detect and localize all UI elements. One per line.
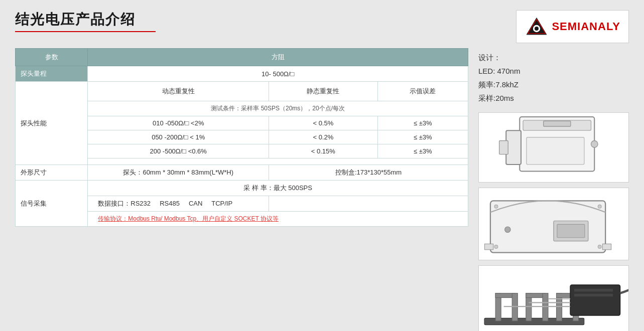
product-image-1 xyxy=(478,112,629,183)
row3-static: < 0.15% xyxy=(269,144,377,158)
row2-static: < 0.2% xyxy=(269,130,377,144)
product-svg-2 xyxy=(479,188,628,260)
header-divider xyxy=(15,31,156,32)
static-label: 静态重复性 xyxy=(269,82,377,101)
product-image-2 xyxy=(478,188,629,260)
svg-rect-9 xyxy=(499,140,508,154)
sample-rate: 采 样 率：最大 500SPS xyxy=(88,181,468,196)
svg-point-19 xyxy=(598,205,601,209)
size-label: 外形尺寸 xyxy=(16,165,88,181)
row1-error: ≤ ±3% xyxy=(377,116,468,130)
row1-range: 010 -050Ω/□ <2% xyxy=(88,116,269,130)
performance-label: 探头性能 xyxy=(16,82,88,165)
logo-area: SEMIANALY xyxy=(516,10,629,43)
svg-rect-11 xyxy=(527,137,584,164)
row2-range: 050 -200Ω/□ < 1% xyxy=(88,130,269,144)
svg-point-18 xyxy=(494,205,498,209)
size-probe: 探头：60mm * 30mm * 83mm(L*W*H) xyxy=(88,165,269,181)
data-port-4: TCP/IP xyxy=(211,200,232,207)
design-sample: 采样:20ms xyxy=(478,91,629,105)
logo-icon xyxy=(525,15,549,39)
design-freq: 频率:7.8khZ xyxy=(478,78,629,91)
svg-point-21 xyxy=(598,245,601,249)
svg-rect-35 xyxy=(574,294,613,297)
error-label: 示值误差 xyxy=(377,82,468,101)
design-title: 设计： xyxy=(478,51,629,64)
data-port-row: 数据接口：RS232 RS485 CAN TCP/IP xyxy=(88,196,269,212)
svg-rect-14 xyxy=(602,244,611,250)
design-info: 设计： LED: 470nm 频率:7.8khZ 采样:20ms xyxy=(478,48,629,107)
protocol-row: 传输协议：Modbus Rtu/ Modbus Tcp、用户自定义 SOCKET… xyxy=(88,212,468,227)
probe-range-value: 10- 500Ω/□ xyxy=(88,66,468,82)
data-port-2: RS485 xyxy=(160,200,180,207)
logo-text: SEMIANALY xyxy=(552,20,620,33)
row2-error: ≤ ±3% xyxy=(377,130,468,144)
svg-point-3 xyxy=(535,27,539,31)
svg-rect-28 xyxy=(543,293,548,321)
signal-label: 信号采集 xyxy=(16,181,88,227)
svg-rect-25 xyxy=(512,293,518,321)
design-led: LED: 470nm xyxy=(478,64,629,78)
col1-header: 参数 xyxy=(16,49,88,66)
data-port-label: 数据接口：RS232 xyxy=(98,200,151,207)
row3-range: 200 -500Ω/□ <0.6% xyxy=(88,144,269,158)
row3-error: ≤ ±3% xyxy=(377,144,468,158)
svg-rect-16 xyxy=(557,225,585,238)
svg-point-10 xyxy=(591,140,598,147)
svg-point-17 xyxy=(505,227,510,232)
spec-table: 参数 方阻 探头量程 10- 500Ω/□ 探头性能 动态重复性 静态重复性 xyxy=(15,48,468,227)
product-image-3 xyxy=(478,265,629,331)
dynamic-label: 动态重复性 xyxy=(88,82,269,101)
size-controller: 控制盒:173*130*55mm xyxy=(269,165,468,181)
right-panel: 设计： LED: 470nm 频率:7.8khZ 采样:20ms xyxy=(478,48,629,331)
svg-rect-13 xyxy=(484,244,493,250)
row1-static: < 0.5% xyxy=(269,116,377,130)
svg-point-20 xyxy=(494,245,498,249)
product-svg-1 xyxy=(479,112,628,183)
svg-rect-34 xyxy=(574,289,613,292)
svg-rect-7 xyxy=(544,121,571,126)
data-port-3: CAN xyxy=(189,200,202,207)
product-svg-3 xyxy=(479,265,628,331)
spec-table-area: 参数 方阻 探头量程 10- 500Ω/□ 探头性能 动态重复性 静态重复性 xyxy=(15,48,468,331)
probe-range-label: 探头量程 xyxy=(16,66,88,82)
col2-header: 方阻 xyxy=(88,49,468,66)
test-condition: 测试条件：采样率 50SPS（20ms），20个点/每次 xyxy=(88,101,468,116)
page-title: 结光电压产品介绍 xyxy=(15,10,156,29)
